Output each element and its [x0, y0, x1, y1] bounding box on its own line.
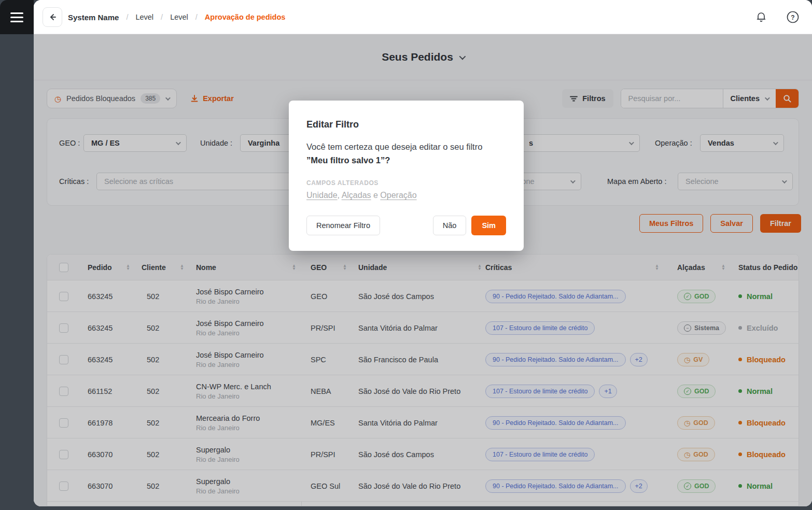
changed-field-operacao[interactable]: Operação: [380, 191, 416, 200]
changed-fields-caption: CAMPOS ALTERADOS: [306, 179, 506, 187]
modal-question: Você tem certeza que deseja editar o seu…: [306, 142, 482, 151]
breadcrumb-separator: /: [126, 13, 128, 21]
modal-body: Você tem certeza que deseja editar o seu…: [306, 140, 506, 167]
help-icon[interactable]: ?: [786, 10, 800, 24]
topbar: System Name / Level / Level / Aprovação …: [34, 0, 812, 34]
edit-filter-modal: Editar Filtro Você tem certeza que desej…: [289, 101, 524, 251]
app-window: System Name / Level / Level / Aprovação …: [34, 0, 812, 506]
yes-button[interactable]: Sim: [471, 216, 506, 235]
breadcrumb-separator: /: [195, 13, 198, 21]
modal-actions: Renomear Filtro Não Sim: [306, 216, 506, 235]
page-content: Seus Pedidos ◷ Pedidos Bloqueados 385 Ex…: [34, 34, 812, 506]
changed-fields-list: Unidade, Alçadas e Operação: [306, 191, 506, 200]
breadcrumb-root[interactable]: System Name: [68, 13, 119, 22]
breadcrumb: System Name / Level / Level / Aprovação …: [68, 0, 285, 34]
hamburger-menu-button[interactable]: [0, 0, 34, 34]
arrow-left-icon: [48, 13, 57, 21]
fields-separator: ,: [338, 191, 342, 200]
modal-title: Editar Filtro: [306, 119, 506, 130]
changed-field-alcadas[interactable]: Alçadas: [342, 191, 371, 200]
breadcrumb-level-2[interactable]: Level: [170, 13, 188, 21]
notification-bell-icon[interactable]: [755, 11, 767, 23]
back-button[interactable]: [43, 7, 62, 27]
fields-conjunction: e: [371, 191, 381, 200]
no-button[interactable]: Não: [433, 216, 467, 235]
svg-text:?: ?: [791, 14, 794, 21]
breadcrumb-level-1[interactable]: Level: [135, 13, 153, 21]
breadcrumb-current: Aprovação de pedidos: [205, 13, 286, 21]
rename-filter-button[interactable]: Renomear Filtro: [306, 216, 380, 235]
modal-filter-name: ”Meu filtro salvo 1”?: [306, 155, 390, 165]
sidebar: [0, 34, 34, 510]
changed-field-unidade[interactable]: Unidade: [306, 191, 338, 200]
breadcrumb-separator: /: [161, 13, 163, 21]
